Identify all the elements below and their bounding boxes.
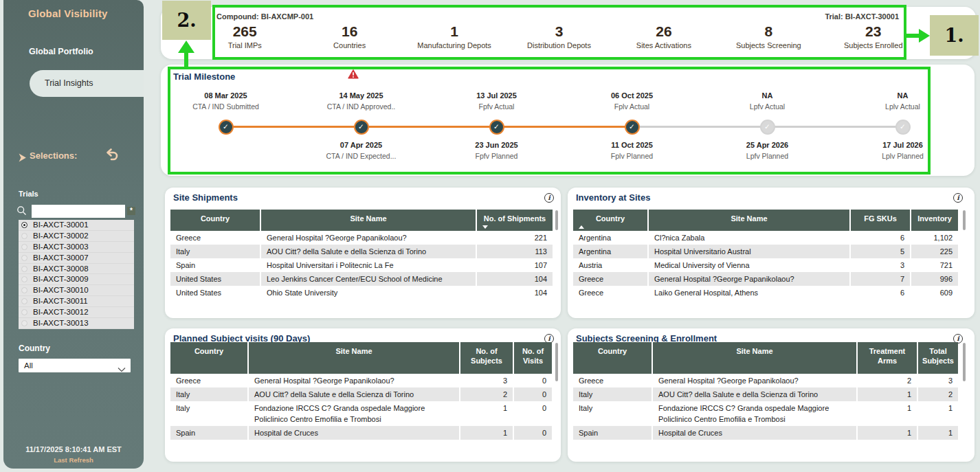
column-header[interactable]: FG SKUs xyxy=(851,210,910,231)
column-header[interactable]: Total Subjects xyxy=(918,342,958,374)
milestone-planned-label: Fplv Planned xyxy=(564,152,700,160)
column-header[interactable]: Country xyxy=(573,342,652,374)
table-row[interactable]: SpainHospital de Cruces11 xyxy=(573,426,958,440)
milestone-check-icon[interactable]: ✓ xyxy=(625,120,640,135)
trial-milestone-card: Trial Milestone 08 Mar 2025 CTA / IND Su… xyxy=(161,65,975,176)
info-icon[interactable]: i xyxy=(953,193,963,203)
select-all-icon[interactable]: * xyxy=(127,207,135,215)
milestone-planned-date: 17 Jul 2026 xyxy=(835,141,970,149)
scrollbar-thumb[interactable] xyxy=(963,343,966,381)
table-row[interactable]: GreeceGeneral Hospital ?George Papanikol… xyxy=(170,231,553,245)
compound-label: Compound: BI-AXCMP-001 xyxy=(216,12,313,21)
trial-list-item[interactable]: BI-AXCT-30002 xyxy=(19,231,134,242)
trials-list: BI-AXCT-30001 BI-AXCT-30002 BI-AXCT-3000… xyxy=(19,220,134,329)
column-header[interactable]: Country xyxy=(170,342,247,374)
trial-list-item[interactable]: BI-AXCT-30009 xyxy=(19,274,134,285)
kpi-summary-card: Compound: BI-AXCMP-001 Trial: BI-AXCT-30… xyxy=(161,7,976,59)
table-row[interactable]: ItalyAOU Citt? della Salute e della Scie… xyxy=(170,387,552,401)
table-title: Site Shipments xyxy=(173,192,238,203)
info-icon[interactable]: i xyxy=(544,193,554,203)
column-header-sorted[interactable]: Country xyxy=(573,210,647,231)
trial-list-item[interactable]: BI-AXCT-30007 xyxy=(19,253,134,264)
column-header-sorted[interactable]: No. of Shipments xyxy=(477,210,553,231)
nav-global-portfolio[interactable]: Global Portfolio xyxy=(29,47,93,56)
trial-list-item[interactable]: BI-AXCT-30012 xyxy=(19,307,134,318)
table-row[interactable]: GreeceGeneral Hospital ?George Papanikol… xyxy=(573,374,958,387)
table-row[interactable]: SpainHospital de Cruces10 xyxy=(170,426,552,440)
milestone-check-icon[interactable]: ✓ xyxy=(895,120,911,135)
table-row[interactable]: GreeceGeneral Hospital ?George Papanikol… xyxy=(573,272,958,286)
scrollbar-thumb[interactable] xyxy=(555,210,558,230)
kpi-label: Countries xyxy=(297,41,401,49)
column-header[interactable]: No. of Subjects xyxy=(460,342,513,374)
column-header[interactable]: Inventory xyxy=(911,210,958,231)
search-icon xyxy=(16,205,27,218)
column-header[interactable]: No. of Visits xyxy=(514,342,552,374)
column-header[interactable]: Treatment Arms xyxy=(858,342,917,374)
column-header[interactable]: Site Name xyxy=(249,342,459,374)
table-row[interactable]: SpainHospital Universitari i Politecnic … xyxy=(170,258,553,272)
milestone-actual-date: NA xyxy=(835,91,970,100)
trial-list-item[interactable]: BI-AXCT-30011 xyxy=(19,296,134,307)
sidebar: Global Visibility Global Portfolio Trial… xyxy=(3,0,144,469)
column-header[interactable]: Site Name xyxy=(649,210,849,231)
scrollbar-thumb[interactable] xyxy=(963,210,966,230)
table-row[interactable]: United StatesLeo Jenkins Cancer Center/E… xyxy=(170,272,553,286)
annotation-label-1: 1. xyxy=(930,15,979,56)
milestone-actual-label: Lpfv Actual xyxy=(700,102,835,111)
milestone-planned-label: CTA / IND Expected... xyxy=(293,152,429,160)
milestone-check-icon[interactable]: ✓ xyxy=(219,120,234,135)
milestone-item: NA Lplv Actual ✓ 17 Jul 2026 Lplv Planne… xyxy=(835,65,970,176)
sort-desc-icon xyxy=(482,225,488,229)
kpi-label: Subjects Screening xyxy=(716,41,821,49)
table-row[interactable]: ItalyFondazione IRCCS C? Granda ospedale… xyxy=(170,401,552,426)
milestone-item: 13 Jul 2025 Fpfv Actual ✓ 23 Jun 2025 Fp… xyxy=(429,65,564,176)
milestone-actual-date: 08 Mar 2025 xyxy=(158,91,293,100)
kpi-value: 26 xyxy=(612,23,716,40)
table-row[interactable]: GreeceGeneral Hospital ?George Papanikol… xyxy=(170,374,552,387)
trial-list-item[interactable]: BI-AXCT-30013 xyxy=(19,318,134,329)
radio-icon xyxy=(21,266,27,272)
radio-icon xyxy=(21,309,27,315)
milestone-planned-date: 07 Apr 2025 xyxy=(293,141,429,149)
milestone-actual-date: 14 May 2025 xyxy=(293,91,429,100)
milestone-check-icon[interactable]: ✓ xyxy=(489,120,504,135)
planned-subject-visits-table: Country Site Name No. of Subjects No. of… xyxy=(169,342,553,440)
kpi-value: 1 xyxy=(402,23,506,40)
subjects-screening-enrollment-card: Subjects Screening & Enrollment i Countr… xyxy=(568,328,975,462)
milestone-check-icon[interactable]: ✓ xyxy=(760,120,775,135)
table-row[interactable]: United StatesOhio State University104 xyxy=(170,286,553,300)
selections-label: Selections: xyxy=(30,150,77,161)
trials-slicer-label: Trials xyxy=(19,190,38,198)
trial-list-item[interactable]: BI-AXCT-30003 xyxy=(19,242,134,253)
radio-icon xyxy=(21,244,27,250)
table-row[interactable]: GreeceLaiko General Hospital, Athens6609 xyxy=(573,286,958,300)
subjects-screening-enrollment-table: Country Site Name Treatment Arms Total S… xyxy=(572,342,959,440)
trial-list-item[interactable]: BI-AXCT-30001 xyxy=(19,220,134,231)
milestone-item: 08 Mar 2025 CTA / IND Submitted ✓ xyxy=(158,65,293,176)
kpi-item: 16 Countries xyxy=(297,23,401,49)
milestone-actual-label: Lplv Actual xyxy=(835,102,970,111)
table-row[interactable]: ItalyFondazione IRCCS C? Granda ospedale… xyxy=(573,401,958,426)
table-row[interactable]: ArgentinaHospital Universitario Austral5… xyxy=(573,245,958,258)
trials-search-input[interactable] xyxy=(32,205,125,218)
last-refresh-caption: Last Refresh xyxy=(3,456,144,464)
table-row[interactable]: ArgentinaCl?nica Zabala61,102 xyxy=(573,231,958,245)
nav-trial-insights[interactable]: Trial Insights xyxy=(30,70,144,97)
kpi-label: Sites Activations xyxy=(612,41,716,49)
radio-icon xyxy=(21,298,27,304)
site-shipments-table: Country Site Name No. of Shipments Greec… xyxy=(169,210,554,300)
column-header[interactable]: Site Name xyxy=(653,342,856,374)
table-row[interactable]: ItalyAOU Citt? della Salute e della Scie… xyxy=(170,245,553,258)
table-row[interactable]: AustriaMedical University of Vienna3721 xyxy=(573,258,958,272)
undo-reset-icon[interactable] xyxy=(105,148,119,165)
column-header[interactable]: Site Name xyxy=(261,210,476,231)
milestone-actual-date: 13 Jul 2025 xyxy=(429,91,564,100)
scrollbar-thumb[interactable] xyxy=(555,343,558,381)
trial-list-item[interactable]: BI-AXCT-30010 xyxy=(19,285,134,296)
milestone-check-icon[interactable]: ✓ xyxy=(354,120,369,135)
trial-list-item[interactable]: BI-AXCT-30008 xyxy=(19,264,134,275)
country-dropdown[interactable]: All xyxy=(19,359,131,372)
column-header[interactable]: Country xyxy=(170,210,260,231)
table-row[interactable]: ItalyAOU Citt? della Salute e della Scie… xyxy=(573,387,958,401)
